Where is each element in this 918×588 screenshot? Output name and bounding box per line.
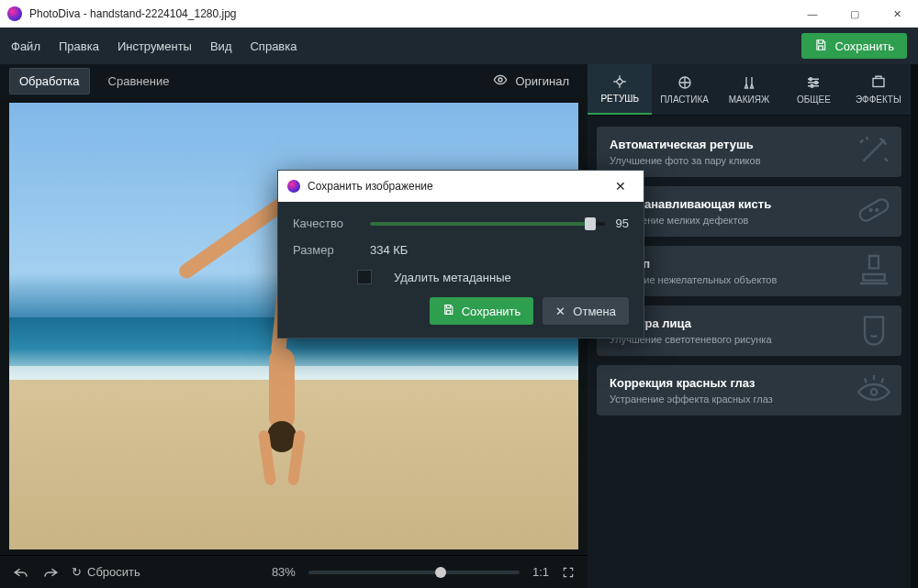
- face-icon: [856, 311, 892, 351]
- tool-effects[interactable]: ЭФФЕКТЫ: [846, 64, 911, 115]
- original-button[interactable]: Оригинал: [484, 72, 578, 90]
- tool-makeup[interactable]: МАКИЯЖ: [717, 64, 781, 115]
- quality-value: 95: [616, 216, 629, 230]
- card-red-eye[interactable]: Коррекция красных глаз Устранение эффект…: [597, 365, 901, 416]
- svg-point-8: [871, 389, 878, 395]
- save-dialog: Сохранить изображение ✕ Качество 95 Разм…: [277, 170, 644, 338]
- dialog-save-label: Сохранить: [462, 305, 521, 318]
- size-value: 334 КБ: [370, 243, 408, 257]
- svg-point-6: [870, 209, 872, 211]
- tool-liquify[interactable]: ПЛАСТИКА: [652, 64, 716, 115]
- card-subtitle: Удаление нежелательных объектов: [610, 274, 889, 285]
- eye-icon: [493, 72, 508, 90]
- scrollbar[interactable]: [911, 64, 918, 588]
- menu-view[interactable]: Вид: [210, 39, 232, 53]
- size-label: Размер: [293, 243, 357, 257]
- card-subtitle: Устранение эффекта красных глаз: [610, 394, 889, 405]
- save-icon: [814, 39, 827, 54]
- delete-metadata-checkbox[interactable]: [357, 270, 372, 284]
- menu-file[interactable]: Файл: [11, 39, 40, 53]
- card-title: Фактура лица: [610, 316, 889, 330]
- wand-icon: [856, 132, 892, 172]
- fit-screen-button[interactable]: [562, 566, 575, 579]
- undo-button[interactable]: [13, 566, 29, 579]
- window-titlebar: PhotoDiva - handstand-2224104_1280.jpg ―…: [0, 0, 918, 28]
- tool-makeup-label: МАКИЯЖ: [729, 94, 769, 105]
- bandage-icon: [856, 192, 892, 232]
- card-title: Штамп: [610, 257, 889, 271]
- sliders-icon: [805, 74, 822, 91]
- card-title: Коррекция красных глаз: [610, 376, 889, 390]
- card-subtitle: Улучшение фото за пару кликов: [610, 155, 889, 166]
- delete-metadata-label: Удалить метаданные: [394, 271, 511, 284]
- tool-general[interactable]: ОБЩЕЕ: [781, 64, 845, 115]
- dialog-save-button[interactable]: Сохранить: [430, 297, 534, 325]
- zoom-value: 83%: [272, 565, 296, 579]
- eye-rays-icon: [856, 371, 892, 411]
- svg-rect-4: [873, 79, 884, 87]
- reset-icon: ↻: [72, 565, 82, 579]
- quality-slider[interactable]: [370, 222, 605, 226]
- dialog-title: Сохранить изображение: [308, 180, 607, 193]
- menubar: Файл Правка Инструменты Вид Справка Сохр…: [0, 28, 918, 64]
- dialog-cancel-label: Отмена: [573, 305, 616, 318]
- save-icon: [442, 304, 454, 318]
- app-icon: [7, 6, 22, 21]
- window-title: PhotoDiva - handstand-2224104_1280.jpg: [29, 7, 791, 20]
- tool-liquify-label: ПЛАСТИКА: [660, 94, 709, 105]
- redo-button[interactable]: [42, 566, 59, 579]
- tool-retouch[interactable]: РЕТУШЬ: [588, 64, 652, 115]
- reset-button[interactable]: ↻ Сбросить: [72, 565, 140, 579]
- app-icon: [287, 180, 300, 193]
- liquify-icon: [677, 74, 693, 91]
- tab-processing[interactable]: Обработка: [9, 68, 90, 94]
- reset-label: Сбросить: [87, 565, 140, 579]
- tab-compare[interactable]: Сравнение: [99, 69, 179, 94]
- stamp-icon: [856, 251, 892, 292]
- sparkle-icon: [611, 73, 628, 90]
- tool-general-label: ОБЩЕЕ: [797, 94, 831, 105]
- save-button-label: Сохранить: [834, 39, 894, 53]
- menu-edit[interactable]: Правка: [59, 39, 99, 53]
- dialog-cancel-button[interactable]: ✕ Отмена: [543, 297, 629, 325]
- dialog-close-button[interactable]: ✕: [607, 179, 634, 194]
- quality-label: Качество: [293, 216, 357, 230]
- zoom-1to1[interactable]: 1:1: [532, 565, 549, 579]
- close-icon: ✕: [555, 305, 565, 318]
- tool-retouch-label: РЕТУШЬ: [600, 94, 639, 104]
- close-button[interactable]: ✕: [876, 0, 918, 28]
- tool-effects-label: ЭФФЕКТЫ: [856, 94, 901, 105]
- card-title: Автоматическая ретушь: [610, 138, 889, 151]
- menu-help[interactable]: Справка: [250, 39, 297, 53]
- effects-icon: [870, 74, 887, 91]
- card-subtitle: Устранение мелких дефектов: [610, 215, 889, 226]
- maximize-button[interactable]: ▢: [834, 0, 876, 28]
- makeup-icon: [741, 74, 757, 91]
- save-button[interactable]: Сохранить: [801, 33, 907, 59]
- svg-point-7: [876, 209, 878, 211]
- card-title: Восстанавливающая кисть: [610, 197, 889, 211]
- menu-tools[interactable]: Инструменты: [118, 39, 192, 53]
- svg-rect-5: [857, 196, 890, 222]
- minimize-button[interactable]: ―: [791, 0, 834, 28]
- original-label: Оригинал: [515, 74, 569, 88]
- card-subtitle: Улучшение светотеневого рисунка: [610, 334, 889, 345]
- zoom-slider[interactable]: [308, 571, 520, 574]
